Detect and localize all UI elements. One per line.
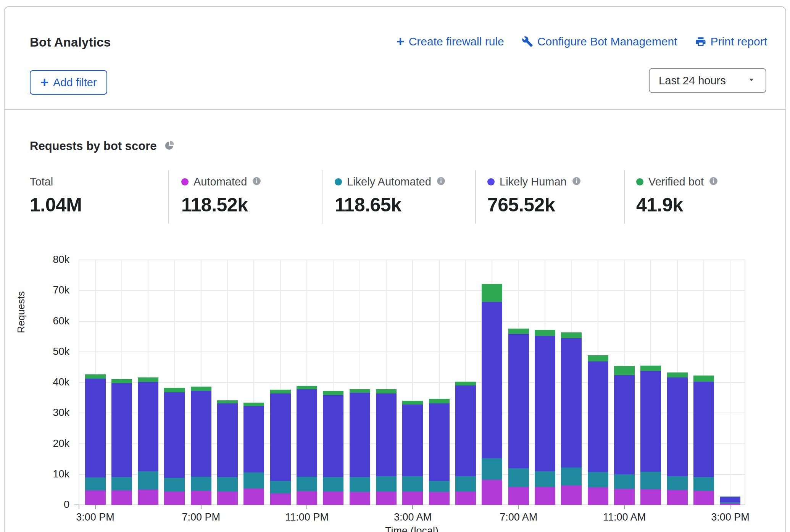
bar-segment[interactable] [270,493,291,505]
info-icon[interactable] [709,176,718,187]
bar-segment[interactable] [402,476,423,492]
bar-segment[interactable] [164,478,185,492]
bar-segment[interactable] [588,487,608,505]
bar-segment[interactable] [350,492,370,505]
bar-segment[interactable] [164,392,185,478]
configure-bot-management-link[interactable]: Configure Bot Management [522,35,677,48]
bar-segment[interactable] [217,400,238,404]
bar-segment[interactable] [138,382,158,471]
time-range-select[interactable]: Last 24 hours [649,68,766,93]
bar-segment[interactable] [508,334,529,468]
bar-segment[interactable] [588,472,608,487]
bar-segment[interactable] [138,377,158,382]
bar-segment[interactable] [164,388,185,392]
bar-segment[interactable] [693,376,714,382]
bar-segment[interactable] [720,497,740,502]
bar-segment[interactable] [191,391,211,477]
bar-segment[interactable] [85,490,106,505]
bar-segment[interactable] [720,497,740,497]
bar-segment[interactable] [243,472,264,488]
bar-segment[interactable] [535,336,555,471]
bar-segment[interactable] [243,403,264,406]
bar-segment[interactable] [111,383,132,477]
bar-segment[interactable] [376,492,397,505]
bar-segment[interactable] [85,379,106,477]
bar-segment[interactable] [614,489,635,505]
bar-segment[interactable] [640,371,661,471]
bar-segment[interactable] [640,366,661,371]
bar-segment[interactable] [270,393,291,481]
bar-segment[interactable] [138,490,158,505]
bar-segment[interactable] [429,399,450,403]
bar-segment[interactable] [217,403,238,477]
bar-segment[interactable] [535,471,555,487]
bar-segment[interactable] [614,366,635,375]
bar-segment[interactable] [323,395,343,477]
bar-segment[interactable] [561,468,582,485]
bar-segment[interactable] [323,391,343,395]
info-icon[interactable] [436,176,446,187]
bar-segment[interactable] [217,492,238,505]
bar-segment[interactable] [667,490,688,505]
bar-segment[interactable] [270,390,291,393]
bar-segment[interactable] [323,477,343,492]
bar-segment[interactable] [350,393,370,477]
bar-segment[interactable] [111,477,132,490]
bar-segment[interactable] [376,393,397,476]
bar-segment[interactable] [85,477,106,491]
bar-segment[interactable] [191,387,211,391]
bar-segment[interactable] [402,492,423,505]
info-icon[interactable] [572,176,581,187]
bar-segment[interactable] [535,330,555,336]
bar-segment[interactable] [640,472,661,490]
bar-segment[interactable] [455,382,476,385]
bar-segment[interactable] [217,477,238,492]
bar-segment[interactable] [111,379,132,383]
bar-segment[interactable] [535,487,555,505]
create-firewall-rule-link[interactable]: + Create firewall rule [397,35,504,48]
bar-segment[interactable] [561,332,582,338]
bar-segment[interactable] [429,492,450,505]
bar-segment[interactable] [429,403,450,481]
bar-segment[interactable] [376,389,397,393]
add-filter-button[interactable]: + Add filter [30,70,107,95]
bar-segment[interactable] [482,302,502,458]
bar-segment[interactable] [588,355,608,361]
bar-segment[interactable] [191,477,211,491]
bar-segment[interactable] [614,375,635,474]
bar-segment[interactable] [138,471,158,490]
bar-segment[interactable] [111,490,132,505]
bar-segment[interactable] [720,502,740,503]
bar-segment[interactable] [350,389,370,393]
bar-segment[interactable] [164,492,185,505]
bar-segment[interactable] [508,329,529,334]
bar-segment[interactable] [85,374,106,379]
bar-segment[interactable] [720,503,740,505]
bar-segment[interactable] [350,477,370,492]
bar-segment[interactable] [508,487,529,505]
bar-segment[interactable] [640,489,661,505]
bar-segment[interactable] [270,481,291,493]
bar-segment[interactable] [297,477,317,491]
bar-segment[interactable] [482,480,502,505]
bar-segment[interactable] [297,491,317,505]
bar-segment[interactable] [667,372,688,378]
bar-segment[interactable] [297,386,317,390]
bar-segment[interactable] [614,474,635,489]
bar-segment[interactable] [482,458,502,480]
bar-segment[interactable] [455,385,476,476]
bar-segment[interactable] [455,476,476,491]
bar-segment[interactable] [429,481,450,492]
bar-segment[interactable] [323,492,343,505]
bar-segment[interactable] [402,401,423,405]
bar-segment[interactable] [376,476,397,492]
bar-segment[interactable] [561,485,582,505]
info-icon[interactable] [252,176,261,187]
bar-segment[interactable] [402,405,423,476]
bar-segment[interactable] [693,477,714,491]
bar-segment[interactable] [588,361,608,472]
bar-segment[interactable] [508,468,529,487]
bar-segment[interactable] [243,488,264,505]
bar-segment[interactable] [667,476,688,490]
bar-segment[interactable] [297,389,317,477]
